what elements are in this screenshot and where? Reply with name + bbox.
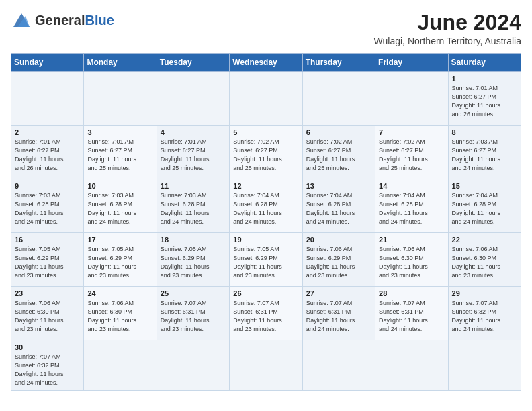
month-year: June 2024 [374, 11, 521, 34]
day-info: Sunrise: 7:06 AM Sunset: 6:30 PM Dayligh… [87, 299, 152, 334]
day-number: 16 [15, 236, 80, 244]
calendar-day-cell [302, 72, 375, 126]
day-info: Sunrise: 7:03 AM Sunset: 6:28 PM Dayligh… [161, 191, 226, 226]
calendar-day-cell [230, 72, 302, 126]
day-info: Sunrise: 7:06 AM Sunset: 6:30 PM Dayligh… [452, 245, 517, 280]
calendar-day-cell: 8Sunrise: 7:03 AM Sunset: 6:27 PM Daylig… [448, 126, 521, 179]
weekday-header-wednesday: Wednesday [230, 54, 302, 72]
calendar-day-cell: 5Sunrise: 7:02 AM Sunset: 6:27 PM Daylig… [230, 126, 302, 179]
day-number: 18 [161, 236, 226, 244]
calendar-day-cell: 7Sunrise: 7:02 AM Sunset: 6:27 PM Daylig… [375, 126, 448, 179]
day-info: Sunrise: 7:01 AM Sunset: 6:27 PM Dayligh… [161, 138, 226, 173]
day-info: Sunrise: 7:04 AM Sunset: 6:28 PM Dayligh… [233, 191, 298, 226]
calendar-day-cell: 30Sunrise: 7:07 AM Sunset: 6:32 PM Dayli… [11, 340, 84, 391]
weekday-header-monday: Monday [84, 54, 157, 72]
day-info: Sunrise: 7:01 AM Sunset: 6:27 PM Dayligh… [87, 138, 152, 173]
calendar-day-cell: 19Sunrise: 7:05 AM Sunset: 6:29 PM Dayli… [230, 233, 302, 287]
calendar-day-cell: 6Sunrise: 7:02 AM Sunset: 6:27 PM Daylig… [302, 126, 375, 179]
calendar-day-cell [302, 340, 375, 391]
day-number: 27 [306, 289, 371, 298]
calendar-day-cell [375, 340, 448, 391]
day-number: 6 [306, 128, 371, 136]
logo: GeneralBlue [11, 11, 114, 30]
calendar-day-cell [448, 340, 521, 391]
logo-icon [11, 11, 32, 30]
day-info: Sunrise: 7:06 AM Sunset: 6:29 PM Dayligh… [306, 245, 371, 280]
calendar-day-cell: 1Sunrise: 7:01 AM Sunset: 6:27 PM Daylig… [448, 72, 521, 126]
day-number: 11 [161, 182, 226, 190]
day-info: Sunrise: 7:05 AM Sunset: 6:29 PM Dayligh… [161, 245, 226, 280]
weekday-header-tuesday: Tuesday [157, 54, 229, 72]
calendar-day-cell [375, 72, 448, 126]
day-info: Sunrise: 7:02 AM Sunset: 6:27 PM Dayligh… [306, 138, 371, 173]
calendar-day-cell: 29Sunrise: 7:07 AM Sunset: 6:32 PM Dayli… [448, 287, 521, 340]
calendar-day-cell [11, 72, 84, 126]
calendar-day-cell: 18Sunrise: 7:05 AM Sunset: 6:29 PM Dayli… [157, 233, 229, 287]
calendar-week-row: 16Sunrise: 7:05 AM Sunset: 6:29 PM Dayli… [11, 233, 521, 287]
calendar-day-cell: 28Sunrise: 7:07 AM Sunset: 6:31 PM Dayli… [375, 287, 448, 340]
calendar-day-cell: 24Sunrise: 7:06 AM Sunset: 6:30 PM Dayli… [84, 287, 157, 340]
day-info: Sunrise: 7:07 AM Sunset: 6:31 PM Dayligh… [233, 299, 298, 334]
day-info: Sunrise: 7:05 AM Sunset: 6:29 PM Dayligh… [233, 245, 298, 280]
day-info: Sunrise: 7:03 AM Sunset: 6:27 PM Dayligh… [452, 138, 517, 173]
logo-text: GeneralBlue [35, 13, 114, 27]
location: Wulagi, Northern Territory, Australia [374, 36, 521, 46]
day-info: Sunrise: 7:01 AM Sunset: 6:27 PM Dayligh… [452, 84, 517, 119]
calendar-table: SundayMondayTuesdayWednesdayThursdayFrid… [11, 53, 521, 391]
day-number: 1 [452, 75, 517, 83]
day-number: 12 [233, 182, 298, 190]
day-number: 2 [15, 128, 80, 136]
calendar-week-row: 1Sunrise: 7:01 AM Sunset: 6:27 PM Daylig… [11, 72, 521, 126]
title-block: June 2024 Wulagi, Northern Territory, Au… [374, 11, 521, 46]
calendar-day-cell [230, 340, 302, 391]
day-info: Sunrise: 7:04 AM Sunset: 6:28 PM Dayligh… [306, 191, 371, 226]
calendar-day-cell: 25Sunrise: 7:07 AM Sunset: 6:31 PM Dayli… [157, 287, 229, 340]
day-number: 29 [452, 289, 517, 298]
day-info: Sunrise: 7:07 AM Sunset: 6:32 PM Dayligh… [452, 299, 517, 334]
day-number: 28 [379, 289, 444, 298]
day-info: Sunrise: 7:07 AM Sunset: 6:31 PM Dayligh… [379, 299, 444, 334]
day-info: Sunrise: 7:07 AM Sunset: 6:31 PM Dayligh… [161, 299, 226, 334]
day-number: 10 [87, 182, 152, 190]
calendar-day-cell: 10Sunrise: 7:03 AM Sunset: 6:28 PM Dayli… [84, 179, 157, 233]
calendar-day-cell: 9Sunrise: 7:03 AM Sunset: 6:28 PM Daylig… [11, 179, 84, 233]
day-number: 25 [161, 289, 226, 298]
day-number: 20 [306, 236, 371, 244]
day-number: 17 [87, 236, 152, 244]
calendar-day-cell [84, 340, 157, 391]
day-info: Sunrise: 7:03 AM Sunset: 6:28 PM Dayligh… [15, 191, 80, 226]
calendar-week-row: 2Sunrise: 7:01 AM Sunset: 6:27 PM Daylig… [11, 126, 521, 179]
day-number: 30 [15, 343, 80, 351]
calendar-day-cell: 12Sunrise: 7:04 AM Sunset: 6:28 PM Dayli… [230, 179, 302, 233]
calendar-day-cell [157, 72, 229, 126]
weekday-header-friday: Friday [375, 54, 448, 72]
day-number: 5 [233, 128, 298, 136]
day-number: 4 [161, 128, 226, 136]
day-info: Sunrise: 7:06 AM Sunset: 6:30 PM Dayligh… [15, 299, 80, 334]
day-number: 15 [452, 182, 517, 190]
day-number: 24 [87, 289, 152, 298]
calendar-day-cell: 22Sunrise: 7:06 AM Sunset: 6:30 PM Dayli… [448, 233, 521, 287]
day-info: Sunrise: 7:04 AM Sunset: 6:28 PM Dayligh… [452, 191, 517, 226]
day-number: 3 [87, 128, 152, 136]
day-number: 13 [306, 182, 371, 190]
day-info: Sunrise: 7:07 AM Sunset: 6:31 PM Dayligh… [306, 299, 371, 334]
weekday-header-thursday: Thursday [302, 54, 375, 72]
day-number: 7 [379, 128, 444, 136]
day-number: 19 [233, 236, 298, 244]
calendar-week-row: 9Sunrise: 7:03 AM Sunset: 6:28 PM Daylig… [11, 179, 521, 233]
weekday-header-saturday: Saturday [448, 54, 521, 72]
day-number: 9 [15, 182, 80, 190]
calendar-day-cell: 13Sunrise: 7:04 AM Sunset: 6:28 PM Dayli… [302, 179, 375, 233]
weekday-header-row: SundayMondayTuesdayWednesdayThursdayFrid… [11, 54, 521, 72]
day-info: Sunrise: 7:02 AM Sunset: 6:27 PM Dayligh… [233, 138, 298, 173]
calendar-day-cell: 2Sunrise: 7:01 AM Sunset: 6:27 PM Daylig… [11, 126, 84, 179]
calendar-day-cell: 14Sunrise: 7:04 AM Sunset: 6:28 PM Dayli… [375, 179, 448, 233]
day-info: Sunrise: 7:05 AM Sunset: 6:29 PM Dayligh… [15, 245, 80, 280]
day-info: Sunrise: 7:01 AM Sunset: 6:27 PM Dayligh… [15, 138, 80, 173]
calendar-day-cell [157, 340, 229, 391]
calendar-day-cell [84, 72, 157, 126]
calendar-day-cell: 20Sunrise: 7:06 AM Sunset: 6:29 PM Dayli… [302, 233, 375, 287]
calendar-day-cell: 15Sunrise: 7:04 AM Sunset: 6:28 PM Dayli… [448, 179, 521, 233]
day-number: 22 [452, 236, 517, 244]
